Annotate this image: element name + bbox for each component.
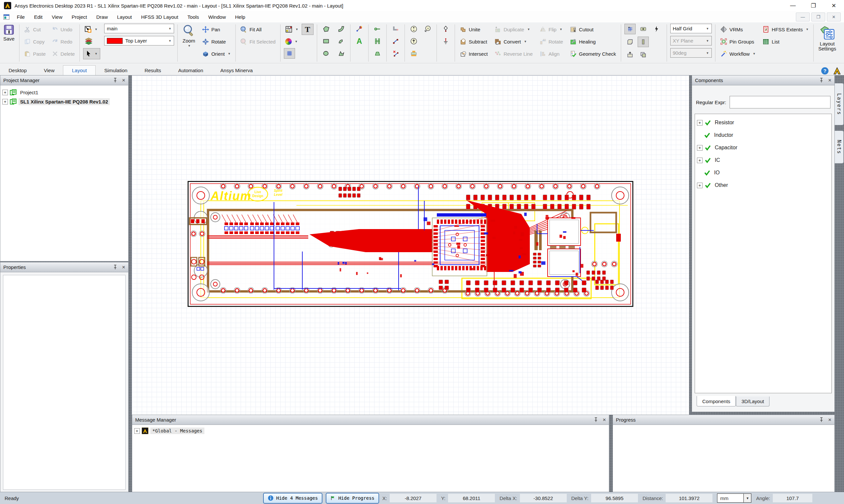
unite-button[interactable]: Unite: [458, 24, 489, 35]
paste-button[interactable]: Paste: [23, 48, 47, 59]
copy-button[interactable]: Copy: [23, 36, 47, 47]
hide-progress-button[interactable]: Hide Progress: [326, 493, 379, 504]
expand-icon[interactable]: +: [697, 145, 703, 151]
orient-button[interactable]: Orient▼: [201, 48, 232, 59]
color-wheel-button[interactable]: ▼: [284, 36, 300, 47]
duplicate-button[interactable]: Duplicate▼: [493, 24, 534, 35]
via-button[interactable]: [372, 24, 383, 34]
tab-results[interactable]: Results: [136, 66, 169, 75]
check-icon[interactable]: [704, 169, 711, 176]
active-layer-combo[interactable]: Top Layer▼: [104, 36, 174, 46]
prism-button[interactable]: [372, 48, 383, 59]
restore-button[interactable]: ❐: [803, 0, 824, 11]
tab-automation[interactable]: Automation: [169, 66, 212, 75]
fit-selected-button[interactable]: Fit Selected: [239, 36, 277, 47]
probe-button[interactable]: [354, 24, 365, 34]
draw-rectangle-button[interactable]: [321, 36, 332, 47]
menu-edit[interactable]: Edit: [29, 11, 47, 22]
close-panel-icon[interactable]: ×: [122, 264, 125, 270]
plane-combo[interactable]: XY Plane▼: [670, 36, 712, 46]
pin-button[interactable]: [440, 24, 451, 34]
help-icon[interactable]: ?: [821, 67, 829, 75]
close-panel-icon[interactable]: ×: [828, 417, 831, 422]
outline-display-button[interactable]: [625, 37, 636, 47]
component-category-inductor[interactable]: Inductor: [697, 129, 829, 141]
transmission-line-button[interactable]: [372, 36, 383, 47]
window-grid-button[interactable]: ▼: [284, 24, 300, 35]
component-category-capacitor[interactable]: + Capacitor: [697, 141, 829, 154]
plane-display-button[interactable]: [638, 37, 649, 47]
pin-panel-icon[interactable]: [113, 78, 118, 83]
align-button[interactable]: Align: [538, 48, 564, 59]
intersect-button[interactable]: Intersect: [458, 48, 489, 59]
delete-button[interactable]: Delete: [51, 48, 76, 59]
export-board-button[interactable]: [625, 50, 636, 60]
menu-file[interactable]: File: [12, 11, 29, 22]
expand-icon[interactable]: +: [134, 428, 140, 434]
text-tool-button[interactable]: T: [302, 24, 313, 35]
regular-expr-input[interactable]: [730, 96, 830, 108]
tab-ansys-minerva[interactable]: Ansys Minerva: [212, 66, 261, 75]
pad-display-button[interactable]: [638, 24, 649, 34]
draw-polyline-button[interactable]: [336, 48, 347, 59]
menu-hfss-3d-layout[interactable]: HFSS 3D Layout: [137, 11, 183, 22]
pan-button[interactable]: Pan: [201, 24, 232, 35]
pin-panel-icon[interactable]: [594, 417, 598, 422]
grid-combo[interactable]: Half Grid▼: [670, 24, 712, 33]
component-category-io[interactable]: IO: [697, 166, 829, 179]
pick-mode-button[interactable]: ▼: [83, 24, 100, 35]
close-panel-icon[interactable]: ×: [828, 77, 831, 83]
pin-groups-button[interactable]: Pin Groups: [719, 36, 757, 47]
undo-button[interactable]: Undo: [51, 24, 76, 35]
design-combo[interactable]: main▼: [104, 24, 174, 33]
angle-snap-combo[interactable]: 90deg▼: [670, 48, 712, 58]
mdi-restore-button[interactable]: ❐: [811, 13, 825, 21]
expand-icon[interactable]: +: [2, 90, 8, 95]
ground-button[interactable]: [440, 36, 451, 47]
convert-button[interactable]: Convert▼: [493, 36, 534, 47]
check-icon[interactable]: [704, 132, 711, 139]
menu-tools[interactable]: Tools: [183, 11, 204, 22]
component-category-ic[interactable]: + IC: [697, 154, 829, 166]
menu-view[interactable]: View: [47, 11, 67, 22]
pin-panel-icon[interactable]: [113, 265, 118, 270]
pcb-board[interactable]: Altium Live Design Spirit Level: [187, 181, 633, 307]
expand-icon[interactable]: +: [697, 183, 703, 188]
check-icon[interactable]: [704, 144, 711, 151]
select-cursor-button[interactable]: ▼: [83, 48, 100, 59]
unit-combo[interactable]: mm▼: [717, 493, 751, 503]
menu-draw[interactable]: Draw: [92, 11, 112, 22]
draw-arc-segment-button[interactable]: [336, 36, 347, 47]
zoom-button[interactable]: Zoom▼: [179, 23, 199, 63]
check-icon[interactable]: [704, 119, 711, 126]
cutout-button[interactable]: Cutout: [568, 24, 617, 35]
layout-settings-button[interactable]: Layout Settings: [815, 23, 839, 63]
menu-help[interactable]: Help: [231, 11, 250, 22]
remove-segment-button[interactable]: [390, 48, 401, 59]
draw-arc-button[interactable]: [336, 24, 347, 34]
global-messages-item[interactable]: + *Global - Messages: [132, 425, 609, 437]
stackup-button[interactable]: [408, 48, 419, 59]
check-icon[interactable]: [704, 157, 711, 163]
expand-icon[interactable]: +: [697, 120, 703, 126]
draw-polygon-button[interactable]: [321, 24, 332, 34]
tab-components[interactable]: Components: [697, 396, 736, 407]
workflow-button[interactable]: Workflow▼: [719, 48, 757, 59]
hide-messages-button[interactable]: Hide 4 Messages: [263, 493, 322, 504]
dot-grid-button[interactable]: [625, 24, 636, 34]
save-button[interactable]: Save: [0, 23, 18, 63]
healing-button[interactable]: Healing: [568, 36, 617, 47]
grid-toggle-button[interactable]: [284, 48, 295, 59]
component-category-other[interactable]: + Other: [697, 179, 829, 192]
layer-stack-button[interactable]: [83, 36, 94, 47]
tab-layers[interactable]: Layers: [835, 83, 844, 125]
menu-project[interactable]: Project: [67, 11, 92, 22]
mdi-minimize-button[interactable]: —: [796, 13, 810, 21]
cut-button[interactable]: Cut: [23, 24, 47, 35]
expand-icon[interactable]: +: [697, 158, 703, 163]
tree-item-project1[interactable]: + Project1: [2, 88, 126, 97]
fit-all-button[interactable]: Fit All: [239, 24, 277, 35]
minimize-button[interactable]: —: [783, 0, 803, 11]
source-up-button[interactable]: [408, 36, 419, 47]
ratsnest-button[interactable]: [651, 24, 662, 34]
